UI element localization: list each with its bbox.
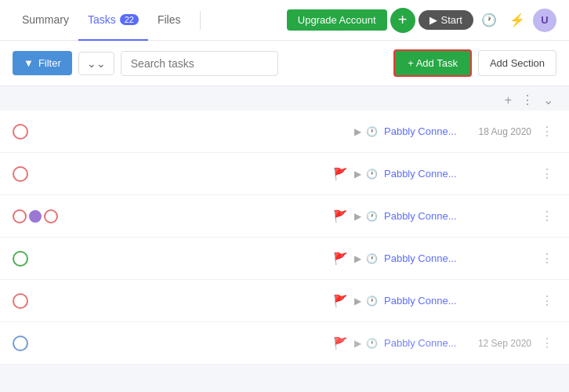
clock-task-icon[interactable]: 🕐 [366, 126, 378, 137]
task-checkbox[interactable] [13, 336, 28, 351]
add-section-button[interactable]: Add Section [478, 50, 556, 76]
tab-nav: Summary Tasks 22 Files [13, 0, 190, 41]
task-more-icon[interactable]: ⋮ [538, 209, 556, 223]
task-more-icon[interactable]: ⋮ [538, 166, 556, 181]
upgrade-account-button[interactable]: Upgrade Account [287, 9, 387, 31]
tab-files[interactable]: Files [148, 0, 190, 41]
task-link[interactable]: Pabbly Conne... [384, 295, 462, 307]
task-count-badge: 22 [120, 14, 139, 25]
task-actions: ▶ 🕐 [354, 126, 378, 137]
section-add-icon[interactable]: + [505, 93, 512, 107]
avatar[interactable]: U [533, 9, 556, 32]
section-collapse-icon[interactable]: ⌄ [543, 93, 553, 107]
clock-task-icon[interactable]: 🕐 [366, 169, 378, 180]
clock-task-icon[interactable]: 🕐 [366, 253, 378, 264]
task-actions: ▶ 🕐 [354, 253, 378, 264]
task-date: 18 Aug 2020 [469, 126, 531, 137]
table-row: 🚩 ▶ 🕐 Pabbly Conne... ⋮ [0, 280, 569, 322]
task-checkbox[interactable] [13, 251, 28, 267]
flag-icon: 🚩 [333, 209, 348, 223]
task-actions: ▶ 🕐 [354, 211, 378, 222]
task-link[interactable]: Pabbly Conne... [384, 125, 462, 137]
task-list: 🚩 ▶ 🕐 Pabbly Conne... 18 Aug 2020 ⋮ 🚩 ▶ … [0, 111, 569, 365]
task-link[interactable]: Pabbly Conne... [384, 252, 462, 264]
task-actions: ▶ 🕐 [354, 296, 378, 307]
task-checkbox[interactable] [13, 209, 27, 223]
play-task-icon[interactable]: ▶ [354, 296, 361, 307]
section-header: + ⋮ ⌄ [0, 86, 569, 111]
task-more-icon[interactable]: ⋮ [538, 251, 556, 266]
header: Summary Tasks 22 Files Upgrade Account +… [0, 0, 569, 41]
flag-icon: 🚩 [333, 167, 348, 181]
clock-task-icon[interactable]: 🕐 [366, 296, 378, 307]
tab-tasks[interactable]: Tasks 22 [78, 0, 148, 41]
task-more-icon[interactable]: ⋮ [538, 293, 556, 308]
add-icon-button[interactable]: + [390, 8, 415, 33]
task-link[interactable]: Pabbly Conne... [384, 168, 462, 180]
task-actions: ▶ 🕐 [354, 169, 378, 180]
history-button[interactable]: 🕐 [477, 8, 502, 33]
table-row: 🚩 ▶ 🕐 Pabbly Conne... ⋮ [0, 238, 569, 280]
play-task-icon[interactable]: ▶ [354, 211, 361, 222]
task-checkbox-secondary[interactable] [29, 210, 42, 223]
table-row: 🚩 ▶ 🕐 Pabbly Conne... ⋮ [0, 195, 569, 238]
task-checkbox-group [13, 209, 58, 223]
table-row: 🚩 ▶ 🕐 Pabbly Conne... ⋮ [0, 153, 569, 195]
search-input[interactable] [121, 51, 278, 76]
flag-icon: 🚩 [333, 252, 348, 266]
content-area: + ⋮ ⌄ 🚩 ▶ 🕐 Pabbly Conne... 18 Aug 2020 … [0, 86, 569, 365]
sort-button[interactable]: ⌄⌄ [78, 52, 114, 75]
toolbar: ▼ Filter ⌄⌄ + Add Task Add Section [0, 41, 569, 86]
section-more-icon[interactable]: ⋮ [521, 93, 534, 107]
play-icon: ▶ [429, 14, 437, 26]
task-checkbox-tertiary[interactable] [44, 209, 58, 223]
play-task-icon[interactable]: ▶ [354, 169, 361, 180]
task-link[interactable]: Pabbly Conne... [384, 337, 462, 349]
filter-icon: ▼ [24, 57, 34, 69]
lightning-button[interactable]: ⚡ [505, 8, 530, 33]
tab-summary[interactable]: Summary [13, 0, 78, 41]
task-actions: ▶ 🕐 [354, 338, 378, 349]
clock-task-icon[interactable]: 🕐 [366, 338, 378, 349]
task-date: 12 Sep 2020 [469, 338, 531, 349]
filter-button[interactable]: ▼ Filter [13, 51, 72, 75]
clock-task-icon[interactable]: 🕐 [366, 211, 378, 222]
table-row: 🚩 ▶ 🕐 Pabbly Conne... 12 Sep 2020 ⋮ [0, 322, 569, 365]
task-checkbox[interactable] [13, 293, 28, 309]
table-row: 🚩 ▶ 🕐 Pabbly Conne... 18 Aug 2020 ⋮ [0, 111, 569, 153]
task-checkbox[interactable] [13, 166, 28, 182]
task-more-icon[interactable]: ⋮ [538, 336, 556, 350]
flag-icon: 🚩 [333, 336, 348, 350]
play-task-icon[interactable]: ▶ [354, 253, 361, 264]
header-divider [200, 11, 201, 30]
task-more-icon[interactable]: ⋮ [538, 124, 556, 139]
task-link[interactable]: Pabbly Conne... [384, 210, 462, 222]
task-checkbox[interactable] [13, 124, 28, 140]
add-task-button[interactable]: + Add Task [393, 49, 472, 77]
play-task-icon[interactable]: ▶ [354, 126, 361, 137]
start-button[interactable]: ▶ Start [419, 10, 473, 30]
play-task-icon[interactable]: ▶ [354, 338, 361, 349]
flag-icon: 🚩 [333, 294, 348, 308]
